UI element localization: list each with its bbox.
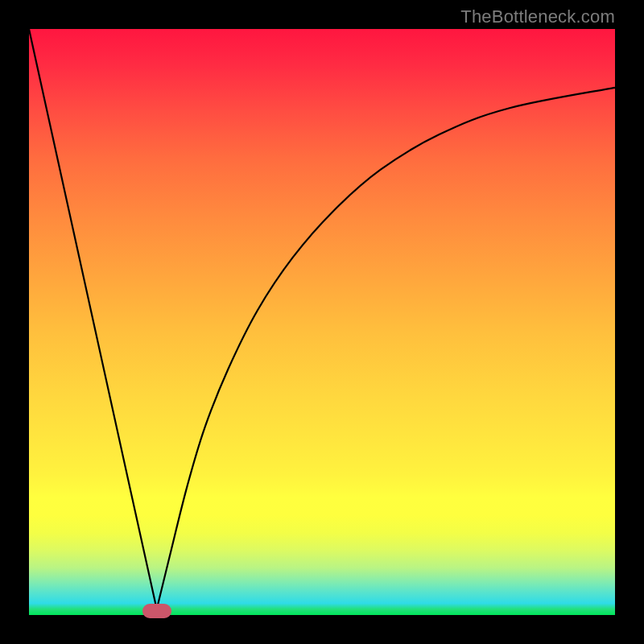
chart-plot-area <box>29 29 615 615</box>
optimal-point-marker <box>142 604 171 618</box>
watermark-label: TheBottleneck.com <box>460 6 615 27</box>
bottleneck-curve <box>29 29 615 615</box>
